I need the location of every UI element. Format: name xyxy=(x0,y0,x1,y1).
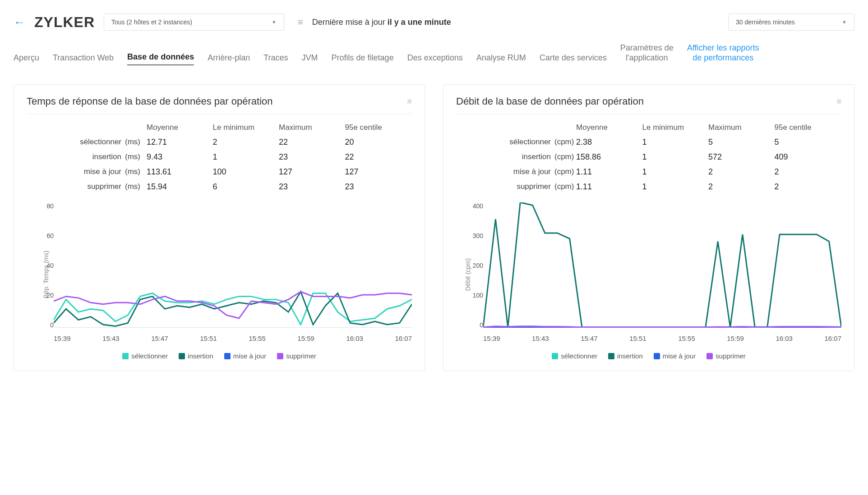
legend-insert[interactable]: insertion xyxy=(608,352,643,360)
legend-update[interactable]: mise à jour xyxy=(654,352,696,360)
swatch-icon xyxy=(552,353,558,359)
panel-title: Temps de réponse de la base de données p… xyxy=(27,96,273,107)
row-update-label: mise à jour xyxy=(461,167,551,177)
host-dropdown[interactable]: Tous (2 hôtes et 2 instances) ▼ xyxy=(104,14,284,31)
x-axis-ticks: 15:3915:4315:4715:5115:5515:5916:0316:07 xyxy=(54,335,412,342)
legend-delete[interactable]: supprimer xyxy=(706,352,746,360)
row-update-label: mise à jour xyxy=(31,167,121,177)
tab-jvm[interactable]: JVM xyxy=(302,53,318,65)
tab-traces[interactable]: Traces xyxy=(263,53,288,65)
row-insert-label: insertion xyxy=(31,152,121,162)
tab-web-transaction[interactable]: Transaction Web xyxy=(53,53,114,65)
response-time-panel: Temps de réponse de la base de données p… xyxy=(14,84,425,371)
swatch-icon xyxy=(706,353,713,359)
caret-down-icon: ▼ xyxy=(842,19,847,25)
tab-exceptions[interactable]: Des exceptions xyxy=(407,53,463,65)
col-max: Maximum xyxy=(279,123,342,132)
chart-legend: sélectionner insertion mise à jour suppr… xyxy=(456,352,841,360)
throughput-panel: Débit de la base de données par opératio… xyxy=(443,84,854,371)
col-max: Maximum xyxy=(708,123,771,132)
time-range-dropdown[interactable]: 30 dernières minutes ▼ xyxy=(728,14,854,31)
back-arrow-icon[interactable]: ← xyxy=(14,15,25,29)
chart-legend: sélectionner insertion mise à jour suppr… xyxy=(27,352,412,360)
swatch-icon xyxy=(608,353,614,359)
swatch-icon xyxy=(224,353,231,359)
col-p95: 95e centile xyxy=(345,123,408,132)
col-avg: Moyenne xyxy=(576,123,639,132)
swatch-icon xyxy=(122,353,129,359)
legend-update[interactable]: mise à jour xyxy=(224,352,266,360)
legend-delete[interactable]: supprimer xyxy=(277,352,316,360)
row-delete-label: supprimer xyxy=(461,182,551,192)
tab-perf-reports[interactable]: Afficher les rapports de performances xyxy=(687,43,759,65)
panel-title: Débit de la base de données par opératio… xyxy=(456,96,644,107)
tab-service-map[interactable]: Carte des services xyxy=(540,53,607,65)
col-p95: 95e centile xyxy=(775,123,837,132)
swatch-icon xyxy=(654,353,660,359)
y-axis-ticks: 4003002001000 xyxy=(470,202,483,329)
x-axis-ticks: 15:3915:4315:4715:5115:5515:5916:0316:07 xyxy=(483,335,841,342)
row-delete-label: supprimer xyxy=(31,182,121,192)
tab-database[interactable]: Base de données xyxy=(127,52,194,65)
nav-tabs: Aperçu Transaction Web Base de données A… xyxy=(14,40,854,71)
throughput-chart: Débit (cpm) 4003002001000 15:3915:4315:4… xyxy=(456,202,841,347)
last-update: Dernière mise à jour il y a une minute xyxy=(312,18,451,27)
tab-overview[interactable]: Aperçu xyxy=(14,53,39,65)
col-min: Le minimum xyxy=(642,123,705,132)
app-title: ZYLKER xyxy=(34,14,95,31)
hamburger-icon[interactable]: ≡ xyxy=(298,17,303,28)
chart-svg xyxy=(483,202,841,328)
legend-select[interactable]: sélectionner xyxy=(122,352,168,360)
col-avg: Moyenne xyxy=(147,123,209,132)
row-select-label: sélectionner xyxy=(461,138,551,147)
panel-menu-icon[interactable]: ≡ xyxy=(836,97,841,106)
swatch-icon xyxy=(277,353,283,359)
chart-svg xyxy=(54,202,412,328)
top-bar: ← ZYLKER Tous (2 hôtes et 2 instances) ▼… xyxy=(14,9,854,40)
tab-app-params[interactable]: Paramètres de l'application xyxy=(620,43,674,65)
tab-thread-profiles[interactable]: Profils de filetage xyxy=(332,53,394,65)
legend-insert[interactable]: insertion xyxy=(179,352,213,360)
swatch-icon xyxy=(179,353,185,359)
throughput-table: Moyenne Le minimum Maximum 95e centile s… xyxy=(456,123,841,192)
tab-rum-analysis[interactable]: Analyse RUM xyxy=(476,53,526,65)
last-update-label: Dernière mise à jour xyxy=(312,18,385,27)
legend-select[interactable]: sélectionner xyxy=(552,352,597,360)
time-range-label: 30 dernières minutes xyxy=(736,18,795,26)
tab-background[interactable]: Arrière-plan xyxy=(208,53,250,65)
response-time-chart: Rép. Temps (ms) 806040200 15:3915:4315:4… xyxy=(27,202,412,347)
y-axis-ticks: 806040200 xyxy=(40,202,54,329)
col-min: Le minimum xyxy=(213,123,276,132)
last-update-value: il y a une minute xyxy=(388,18,451,27)
panel-menu-icon[interactable]: ≡ xyxy=(407,97,412,106)
host-dropdown-label: Tous (2 hôtes et 2 instances) xyxy=(111,18,192,26)
caret-down-icon: ▼ xyxy=(272,19,277,25)
row-select-label: sélectionner xyxy=(31,138,121,147)
response-time-table: Moyenne Le minimum Maximum 95e centile s… xyxy=(27,123,412,192)
row-insert-label: insertion xyxy=(461,152,551,162)
